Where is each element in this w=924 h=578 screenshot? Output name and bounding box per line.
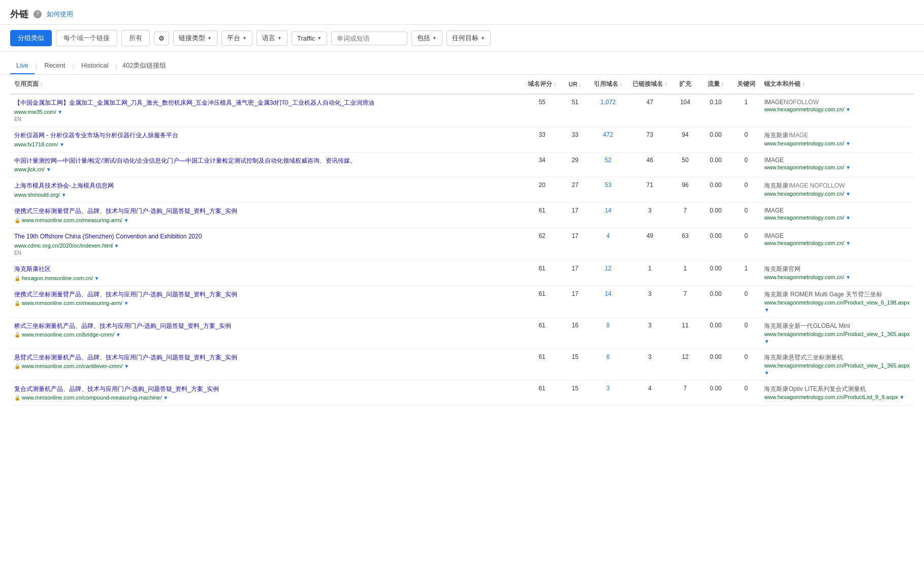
domain-dropdown-icon[interactable]: ▼ [122, 300, 129, 306]
toolbar: 分组类似 每个域一个链接 所有 ⚙ 链接类型 平台 语言 Traffic 包括 … [0, 25, 924, 52]
help-icon[interactable]: ? [34, 10, 42, 18]
anchor-chevron-icon[interactable]: ▼ [764, 370, 769, 376]
ref-domains-cell[interactable]: 12 [588, 260, 628, 286]
tab-all[interactable]: 所有 [121, 30, 150, 46]
domain-dropdown-icon[interactable]: ▼ [162, 395, 169, 401]
page-title-link[interactable]: 复合式测量机产品、品牌、技术与应用门户-选购_问题答疑_资料_方案_实例 [14, 385, 518, 393]
keywords-cell: 0 [732, 152, 760, 177]
domain-dropdown-icon[interactable]: ▼ [56, 109, 63, 115]
dropdown-language[interactable]: 语言 [257, 31, 288, 46]
col-traffic[interactable]: 流量 ↕ [699, 75, 732, 94]
dropdown-traffic[interactable]: Traffic [292, 32, 327, 45]
anchor-link[interactable]: www.hexagonmetrology.com.cn/ [764, 106, 844, 112]
traffic-cell: 0.00 [699, 177, 732, 203]
tab-recent[interactable]: Recent [38, 57, 71, 74]
dropdown-include[interactable]: 包括 [411, 31, 442, 46]
domain-dropdown-icon[interactable]: ▼ [58, 142, 65, 147]
domain-dropdown-icon[interactable]: ▼ [60, 192, 67, 198]
col-anchor[interactable]: 锚文本和外链 ↕ [760, 75, 914, 94]
anchor-link[interactable]: www.hexagonmetrology.com.cn/ProductList_… [764, 394, 898, 400]
page-title-link[interactable]: 分析仪器网 - 分析仪器专业市场与分析仪器行业人脉服务平台 [14, 131, 518, 140]
col-ur[interactable]: UR ↓ [562, 75, 588, 94]
domain-link[interactable]: www.mmsonline.com.cn/bridge-cmm/ [22, 331, 114, 338]
table-row: The 19th Offshore China (Shenzhen) Conve… [10, 228, 914, 260]
ref-domains-cell[interactable]: 14 [588, 203, 628, 228]
col-ref-page[interactable]: 引用页面 ↕ [10, 75, 522, 94]
tab-historical[interactable]: Historical [75, 57, 114, 74]
anchor-chevron-icon[interactable]: ▼ [844, 191, 851, 197]
ref-domains-cell[interactable]: 53 [588, 177, 628, 203]
domain-link[interactable]: www.fx1718.com/ [14, 141, 58, 147]
tab-group-similar[interactable]: 分组类似 [10, 30, 52, 46]
dropdown-any-target[interactable]: 任何目标 [447, 31, 491, 46]
domain-dropdown-icon[interactable]: ▼ [93, 276, 100, 281]
page-title-link[interactable]: The 19th Offshore China (Shenzhen) Conve… [14, 232, 518, 241]
anchor-link[interactable]: www.hexagonmetrology.com.cn/ [764, 140, 844, 146]
ref-domains-cell[interactable]: 52 [588, 152, 628, 177]
domain-link[interactable]: www.mmsonline.com.cn/cantilever-cmm/ [22, 363, 123, 369]
domain-dropdown-icon[interactable]: ▼ [114, 332, 121, 338]
anchor-chevron-icon[interactable]: ▼ [764, 307, 769, 313]
page-title-link[interactable]: 海克斯康社区 [14, 265, 518, 273]
col-ref-domains[interactable]: 引用域名 ↕ [588, 75, 628, 94]
col-linked-domains[interactable]: 已链接域名 ↕ [628, 75, 671, 94]
dropdown-link-type[interactable]: 链接类型 [173, 31, 217, 46]
anchor-link[interactable]: www.hexagonmetrology.com.cn/ [764, 191, 844, 197]
anchor-chevron-icon[interactable]: ▼ [844, 215, 851, 221]
search-input[interactable] [331, 32, 407, 45]
anchor-link[interactable]: www.hexagonmetrology.com.cn/ [764, 240, 844, 246]
page-title-link[interactable]: 桥式三坐标测量机产品、品牌、技术与应用门户-选购_问题答疑_资料_方案_实例 [14, 322, 518, 330]
tab-one-per-domain[interactable]: 每个域一个链接 [56, 30, 117, 46]
ur-cell: 29 [562, 152, 588, 177]
anchor-link[interactable]: www.hexagonmetrology.com.cn/Product_view… [764, 299, 910, 306]
keywords-cell: 0 [732, 317, 760, 349]
keywords-cell: 0 [732, 286, 760, 317]
ref-domains-cell[interactable]: 1,072 [588, 94, 628, 127]
domain-link[interactable]: www.cdmc.org.cn/2020/oc/indexen.html [14, 242, 113, 249]
anchor-link[interactable]: www.hexagonmetrology.com.cn/ [764, 164, 844, 170]
anchor-link[interactable]: www.hexagonmetrology.com.cn/ [764, 274, 844, 280]
anchor-chevron-icon[interactable]: ▼ [764, 339, 769, 344]
col-domain-score[interactable]: 域名评分 ↕ [522, 75, 562, 94]
domain-dropdown-icon[interactable]: ▼ [122, 218, 129, 223]
page-title-link[interactable]: 悬臂式三坐标测量机产品、品牌、技术与应用门户-选购_问题答疑_资料_方案_实例 [14, 353, 518, 362]
domain-link[interactable]: www.mmsonline.com.cn/compound-measuring-… [22, 394, 162, 401]
page-title-link[interactable]: 上海市模具技术协会-上海模具信息网 [14, 181, 518, 190]
col-ext[interactable]: 扩充 [671, 75, 699, 94]
ref-domains-cell[interactable]: 472 [588, 127, 628, 152]
col-keywords[interactable]: 关键词 [732, 75, 760, 94]
tab-live[interactable]: Live [10, 57, 35, 74]
anchor-link[interactable]: www.hexagonmetrology.com.cn/Product_view… [764, 331, 910, 337]
ref-domains-cell[interactable]: 8 [588, 317, 628, 349]
anchor-text: 海克斯康悬臂式三坐标测量机 [764, 354, 843, 361]
anchor-chevron-icon[interactable]: ▼ [844, 240, 851, 246]
anchor-link[interactable]: www.hexagonmetrology.com.cn/ [764, 215, 844, 221]
anchor-chevron-icon[interactable]: ▼ [844, 107, 851, 112]
page-title-link[interactable]: 便携式三坐标测量臂产品、品牌、技术与应用门户-选购_问题答疑_资料_方案_实例 [14, 207, 518, 216]
anchor-link[interactable]: www.hexagonmetrology.com.cn/Product_view… [764, 362, 910, 369]
domain-link[interactable]: www.mmsonline.com.cn/measuring-arm/ [22, 300, 122, 306]
ref-domains-cell[interactable]: 3 [588, 380, 628, 406]
domain-link[interactable]: www.shmould.org/ [14, 192, 60, 198]
dropdown-platform[interactable]: 平台 [221, 31, 252, 46]
domain-dropdown-icon[interactable]: ▼ [122, 363, 129, 369]
domain-link[interactable]: hexagon.mmsonline.com.cn/ [22, 275, 93, 281]
domain-link[interactable]: www.mmsonline.com.cn/measuring-arm/ [22, 217, 122, 223]
anchor-chevron-icon[interactable]: ▼ [898, 394, 905, 400]
domain-dropdown-icon[interactable]: ▼ [45, 167, 51, 172]
ref-domains-cell[interactable]: 6 [588, 349, 628, 380]
ref-domains-cell[interactable]: 14 [588, 286, 628, 317]
page-title-link[interactable]: 【中国金属加工网】金属加工_金属加工网_刀具_激光_数控机床网_五金冲压模具_液… [14, 99, 518, 107]
domain-dropdown-icon[interactable]: ▼ [113, 243, 119, 249]
anchor-cell: IMAGEwww.hexagonmetrology.com.cn/ ▼ [760, 152, 914, 177]
how-to-use-link[interactable]: 如何使用 [47, 10, 73, 19]
settings-icon-button[interactable]: ⚙ [154, 32, 169, 45]
anchor-chevron-icon[interactable]: ▼ [844, 275, 851, 280]
anchor-chevron-icon[interactable]: ▼ [844, 165, 851, 170]
page-title-link[interactable]: 中国计量测控网—中国计量/检定/测试/自动化/企业信息化门户—中国工业计量检定测… [14, 157, 518, 165]
page-title-link[interactable]: 便携式三坐标测量臂产品、品牌、技术与应用门户-选购_问题答疑_资料_方案_实例 [14, 290, 518, 299]
anchor-chevron-icon[interactable]: ▼ [844, 141, 851, 146]
domain-link[interactable]: www.mw35.com/ [14, 109, 56, 115]
ref-domains-cell[interactable]: 4 [588, 228, 628, 260]
domain-link[interactable]: www.jlck.cn/ [14, 166, 45, 172]
